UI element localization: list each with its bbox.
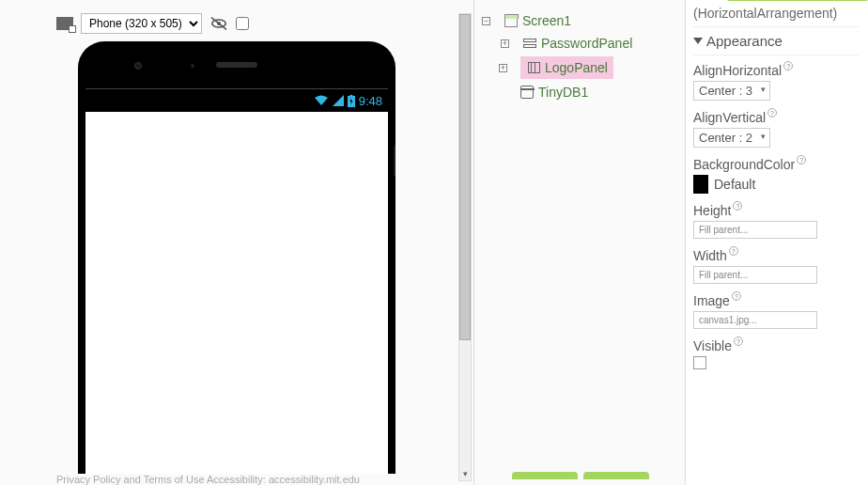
image-label: Image [693,293,730,308]
background-color-picker[interactable]: Default [693,175,859,194]
tinydb-icon [519,86,535,99]
expand-icon[interactable]: + [501,39,509,48]
tree-item-passwordpanel[interactable]: + PasswordPanel [499,32,681,55]
rename-button[interactable] [512,472,578,479]
height-label: Height [693,203,731,218]
expand-icon[interactable]: + [499,64,507,72]
tree-label: LogoPanel [545,60,608,75]
signal-icon [333,95,344,106]
battery-icon [348,95,355,107]
device-size-select[interactable]: Phone (320 x 505) [81,13,202,34]
help-icon[interactable]: ? [733,201,742,211]
wifi-icon [314,95,329,106]
viewer-scrollbar[interactable]: ▾ [458,13,472,481]
viewer-toolbar: Phone (320 x 505) [0,9,473,41]
help-icon[interactable]: ? [729,246,738,256]
viewer-panel: Phone (320 x 505) 9:48 ▾ [0,0,474,485]
align-horizontal-select[interactable]: Center : 3 [693,81,770,101]
svg-rect-3 [349,95,352,97]
section-title: Appearance [706,33,783,49]
vertical-arrangement-icon [522,37,537,50]
phone-status-bar: 9:48 [85,89,388,112]
properties-panel: (HorizontalArrangement) Appearance Align… [686,0,868,485]
color-swatch-icon [693,175,708,194]
width-input[interactable] [693,266,817,284]
tree-label: Screen1 [522,13,571,28]
form-icon [504,14,519,27]
tree-item-tinydb1[interactable]: TinyDB1 [518,81,681,103]
delete-button[interactable] [583,472,649,479]
appearance-section-header[interactable]: Appearance [693,26,859,55]
visible-checkbox[interactable] [693,356,706,369]
help-icon[interactable]: ? [734,336,743,346]
collapse-icon[interactable]: − [482,17,490,25]
component-type-label: (HorizontalArrangement) [693,6,859,21]
tree-label: PasswordPanel [541,36,632,51]
align-vertical-select[interactable]: Center : 2 [693,128,770,148]
align-horizontal-label: AlignHorizontal [693,63,782,78]
scrollbar-thumb[interactable] [459,14,471,340]
phone-sensor-icon [191,64,194,68]
background-color-value: Default [714,177,755,192]
section-collapse-icon [693,38,703,44]
visible-label: Visible [693,338,732,353]
width-label: Width [693,248,727,263]
help-icon[interactable]: ? [797,155,806,164]
phone-clock: 9:48 [359,94,382,108]
tree-item-screen1[interactable]: − Screen1 [480,9,681,32]
background-color-label: BackgroundColor [693,157,795,172]
phone-speaker-icon [216,62,257,68]
svg-point-1 [217,22,221,25]
components-panel: − Screen1 + PasswordPanel + LogoPanel [474,0,686,485]
viewer-checkbox[interactable] [236,17,249,30]
tree-label: TinyDB1 [538,85,588,100]
footer-links[interactable]: Privacy Policy and Terms of Use Accessib… [56,474,360,485]
tree-action-buttons [512,472,649,479]
component-tree: − Screen1 + PasswordPanel + LogoPanel [480,9,681,103]
phone-power-button-icon [394,145,395,177]
phone-camera-icon [134,62,142,70]
help-icon[interactable]: ? [783,61,793,70]
height-input[interactable] [693,221,817,239]
phone-screen: 9:48 [85,88,388,474]
align-vertical-label: AlignVertical [693,110,766,125]
horizontal-arrangement-icon [526,61,541,74]
image-input[interactable] [693,311,817,329]
tree-item-logopanel[interactable]: LogoPanel [520,56,613,79]
phone-mock-frame: 9:48 [78,41,395,474]
hide-preview-icon[interactable] [209,16,228,31]
aspect-ratio-icon[interactable] [56,17,73,30]
help-icon[interactable]: ? [732,291,741,301]
top-tab-indicator [727,0,868,1]
scrollbar-down-icon[interactable]: ▾ [459,467,471,480]
help-icon[interactable]: ? [767,108,777,117]
